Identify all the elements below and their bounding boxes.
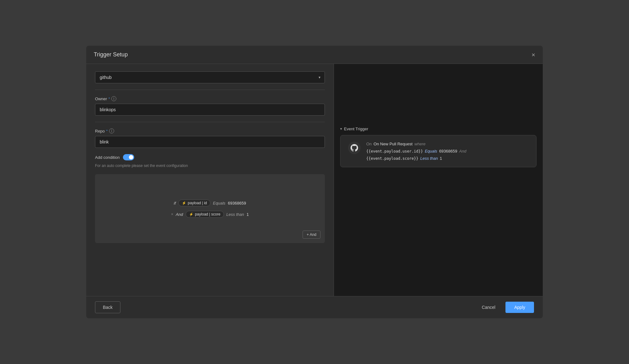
footer-right: Cancel Apply bbox=[477, 302, 534, 313]
where-label: where bbox=[415, 142, 426, 146]
trigger-condition1-code: {{event.payload.user.id}} bbox=[366, 149, 423, 153]
add-condition-toggle[interactable] bbox=[123, 154, 134, 160]
close-button[interactable]: × bbox=[531, 52, 535, 58]
if-keyword: if bbox=[174, 201, 176, 205]
trigger-condition1-and: And bbox=[459, 149, 466, 153]
condition-line-1: if ⚡ payload | id Equals 69368659 bbox=[174, 200, 246, 206]
trigger-line-3: {{event.payload.score}} Less than 1 bbox=[366, 156, 466, 161]
divider-1 bbox=[95, 90, 325, 90]
condition-content: if ⚡ payload | id Equals 69368659 × And bbox=[171, 200, 249, 218]
repo-required-dot: * bbox=[106, 129, 108, 133]
trigger-card: On On New Pull Request where {{event.pay… bbox=[340, 135, 536, 167]
trigger-condition2-op: Less than bbox=[420, 156, 438, 161]
condition1-chip[interactable]: ⚡ payload | id bbox=[178, 200, 210, 206]
condition-box: if ⚡ payload | id Equals 69368659 × And bbox=[95, 174, 325, 243]
and-keyword: And bbox=[176, 212, 183, 217]
on-label: On bbox=[366, 142, 372, 146]
event-trigger-label: Event Trigger bbox=[344, 127, 368, 131]
provider-select[interactable]: github gitlab bitbucket bbox=[95, 71, 325, 83]
repo-input[interactable] bbox=[95, 136, 325, 148]
divider-2 bbox=[95, 122, 325, 122]
trigger-condition2-val: 1 bbox=[440, 156, 442, 161]
back-button[interactable]: Back bbox=[95, 301, 120, 313]
owner-input[interactable] bbox=[95, 104, 325, 116]
trigger-info: On On New Pull Request where {{event.pay… bbox=[366, 142, 466, 161]
condition2-remove-button[interactable]: × bbox=[171, 212, 173, 216]
trigger-event-name: On New Pull Request bbox=[373, 142, 412, 146]
repo-info-icon[interactable]: i bbox=[109, 128, 114, 133]
hint-text: For an auto complete please set the even… bbox=[95, 164, 325, 168]
trigger-line-1: On On New Pull Request where bbox=[366, 142, 466, 146]
add-condition-row: Add condition bbox=[95, 154, 325, 160]
event-trigger-section: ▾ Event Trigger On On New Pull Request w… bbox=[340, 127, 536, 167]
condition-line-2: × And ⚡ payload | score Less than 1 bbox=[171, 211, 249, 218]
trigger-condition1-op: Equals bbox=[425, 149, 437, 153]
add-and-button[interactable]: + And bbox=[303, 231, 320, 239]
left-panel: github gitlab bitbucket ▾ Owner * i bbox=[86, 64, 334, 296]
event-trigger-header[interactable]: ▾ Event Trigger bbox=[340, 127, 536, 131]
condition2-operator: Less than bbox=[226, 212, 244, 217]
repo-label: Repo * i bbox=[95, 128, 325, 133]
owner-info-icon[interactable]: i bbox=[111, 96, 116, 101]
right-panel: ▾ Event Trigger On On New Pull Request w… bbox=[334, 64, 543, 296]
github-icon bbox=[348, 142, 361, 154]
condition2-chip[interactable]: ⚡ payload | score bbox=[186, 211, 224, 218]
provider-select-wrapper: github gitlab bitbucket ▾ bbox=[95, 71, 325, 83]
modal-title: Trigger Setup bbox=[94, 51, 128, 58]
condition2-value: 1 bbox=[246, 212, 249, 217]
trigger-line-2: {{event.payload.user.id}} Equals 6936865… bbox=[366, 149, 466, 153]
owner-required-dot: * bbox=[108, 97, 110, 101]
bolt-icon-1: ⚡ bbox=[182, 201, 186, 205]
condition1-value: 69368659 bbox=[228, 201, 246, 205]
bolt-icon-2: ⚡ bbox=[189, 212, 193, 216]
condition1-operator: Equals bbox=[213, 201, 225, 205]
apply-button[interactable]: Apply bbox=[505, 302, 534, 313]
cancel-button[interactable]: Cancel bbox=[477, 302, 500, 313]
trigger-setup-modal: Trigger Setup × github gitlab bitbucket … bbox=[86, 46, 543, 318]
repo-field-group: Repo * i bbox=[95, 128, 325, 148]
trigger-condition1-val: 69368659 bbox=[439, 149, 457, 153]
modal-body: github gitlab bitbucket ▾ Owner * i bbox=[86, 64, 543, 296]
modal-header: Trigger Setup × bbox=[86, 46, 543, 64]
owner-label: Owner * i bbox=[95, 96, 325, 101]
add-condition-label: Add condition bbox=[95, 155, 120, 160]
modal-footer: Back Cancel Apply bbox=[86, 296, 543, 318]
owner-field-group: Owner * i bbox=[95, 96, 325, 116]
chevron-icon: ▾ bbox=[340, 127, 342, 131]
trigger-condition2-code: {{event.payload.score}} bbox=[366, 156, 418, 161]
